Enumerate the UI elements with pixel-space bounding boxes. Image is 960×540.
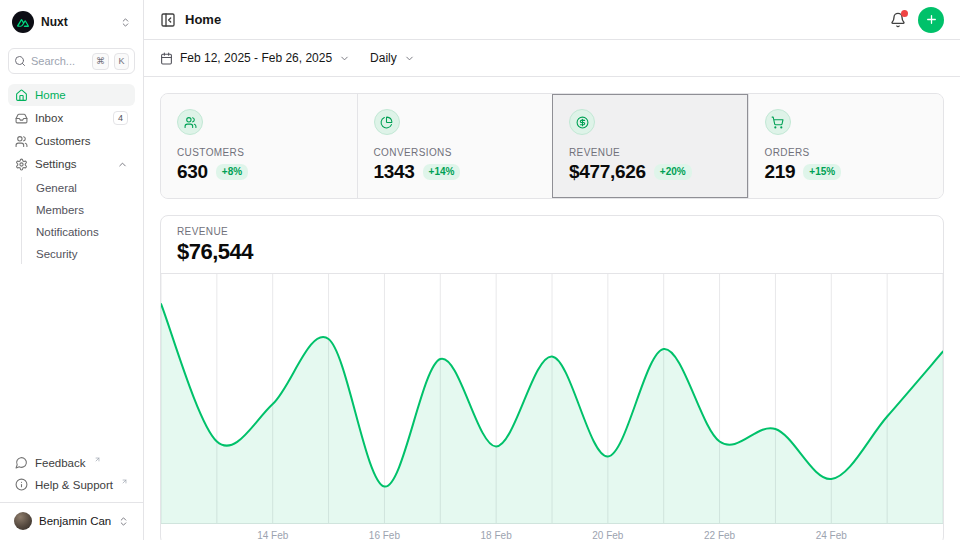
external-link-icon: [94, 456, 101, 463]
search-input-wrap[interactable]: ⌘ K: [8, 48, 135, 74]
period-label: Daily: [370, 51, 397, 65]
kbd-k: K: [114, 53, 129, 70]
sidebar-item-label: Customers: [35, 135, 91, 147]
sidebar-item-general[interactable]: General: [30, 177, 135, 198]
main-area: Home Feb 12, 2025 - Feb 26, 2025 Daily: [144, 0, 960, 540]
inbox-count-badge: 4: [113, 111, 128, 125]
date-range-picker[interactable]: Feb 12, 2025 - Feb 26, 2025: [160, 51, 350, 65]
inbox-icon: [15, 112, 28, 125]
svg-text:18 Feb: 18 Feb: [481, 530, 513, 540]
sidebar: Nuxt ⌘ K Home Inbox 4: [0, 0, 144, 540]
stat-card-conversions[interactable]: CONVERSIONS 1343 +14%: [357, 94, 553, 198]
chevron-down-icon: [404, 53, 415, 64]
search-input[interactable]: [31, 55, 87, 67]
settings-sub-list: General Members Notifications Security: [21, 177, 135, 264]
sidebar-item-customers[interactable]: Customers: [8, 130, 135, 152]
stat-label: REVENUE: [569, 147, 732, 158]
stat-value: 219: [765, 161, 796, 183]
chart-total-value: $76,544: [177, 239, 927, 265]
stat-value: 630: [177, 161, 208, 183]
sidebar-nav: Home Inbox 4 Customers Settings Genera: [8, 84, 135, 264]
stat-delta-badge: +8%: [216, 164, 248, 180]
period-select[interactable]: Daily: [370, 51, 415, 65]
date-range-label: Feb 12, 2025 - Feb 26, 2025: [180, 51, 332, 65]
pie-chart-icon: [374, 109, 400, 135]
info-circle-icon: [15, 478, 28, 491]
svg-text:22 Feb: 22 Feb: [704, 530, 736, 540]
chart-title: REVENUE: [177, 226, 927, 237]
revenue-chart-card: REVENUE $76,544 14 Feb16 Feb18 Feb20 Feb…: [160, 215, 944, 540]
stat-delta-badge: +15%: [803, 164, 841, 180]
svg-text:24 Feb: 24 Feb: [816, 530, 848, 540]
workspace-switcher[interactable]: Nuxt: [8, 8, 135, 36]
sidebar-item-label: Settings: [35, 158, 77, 170]
page-title: Home: [185, 12, 221, 27]
svg-text:14 Feb: 14 Feb: [257, 530, 289, 540]
user-avatar: [14, 512, 32, 530]
stats-row: CUSTOMERS 630 +8% CONVERSIONS 1343 +14%: [160, 93, 944, 199]
chevron-down-icon: [339, 53, 350, 64]
svg-text:16 Feb: 16 Feb: [369, 530, 401, 540]
sidebar-item-security[interactable]: Security: [30, 243, 135, 264]
notifications-button[interactable]: [890, 12, 906, 28]
sidebar-item-notifications[interactable]: Notifications: [30, 221, 135, 242]
sidebar-divider: [0, 502, 143, 503]
gear-icon: [15, 158, 28, 171]
stat-card-orders[interactable]: ORDERS 219 +15%: [748, 94, 944, 198]
chevron-up-icon: [117, 159, 128, 170]
svg-text:20 Feb: 20 Feb: [592, 530, 624, 540]
stat-value: 1343: [374, 161, 415, 183]
stat-label: ORDERS: [765, 147, 928, 158]
shopping-cart-icon: [765, 109, 791, 135]
sidebar-item-label: Inbox: [35, 112, 63, 124]
unfold-icon: [120, 17, 131, 28]
sidebar-item-settings[interactable]: Settings: [8, 153, 135, 175]
dashboard-content: CUSTOMERS 630 +8% CONVERSIONS 1343 +14%: [144, 77, 960, 540]
message-bubble-icon: [15, 456, 28, 469]
sidebar-item-inbox[interactable]: Inbox 4: [8, 107, 135, 129]
user-menu[interactable]: Benjamin Canac: [8, 504, 135, 532]
stat-label: CONVERSIONS: [374, 147, 537, 158]
add-button[interactable]: [918, 7, 944, 33]
dollar-circle-icon: [569, 109, 595, 135]
revenue-chart[interactable]: 14 Feb16 Feb18 Feb20 Feb22 Feb24 Feb: [161, 274, 943, 540]
topbar-actions: [890, 7, 944, 33]
sidebar-item-label: Home: [35, 89, 66, 101]
user-name: Benjamin Canac: [39, 515, 111, 527]
kbd-cmd: ⌘: [92, 53, 109, 70]
feedback-label: Feedback: [35, 457, 86, 469]
external-link-icon: [121, 478, 128, 485]
plus-icon: [925, 13, 938, 26]
help-support-label: Help & Support: [35, 479, 113, 491]
search-icon: [14, 55, 26, 67]
sidebar-footer: Feedback Help & Support Benjamin Canac: [8, 452, 135, 532]
stat-card-revenue[interactable]: REVENUE $477,626 +20%: [552, 94, 748, 198]
panel-left-close-icon: [160, 12, 176, 28]
users-icon: [15, 135, 28, 148]
chart-header: REVENUE $76,544: [161, 216, 943, 274]
filters-toolbar: Feb 12, 2025 - Feb 26, 2025 Daily: [144, 40, 960, 77]
feedback-link[interactable]: Feedback: [8, 452, 135, 473]
stat-delta-badge: +20%: [654, 164, 692, 180]
nuxt-logo-icon: [12, 11, 34, 33]
unfold-icon: [118, 516, 129, 527]
sidebar-item-members[interactable]: Members: [30, 199, 135, 220]
notification-dot: [901, 10, 908, 17]
calendar-icon: [160, 52, 173, 65]
stat-card-customers[interactable]: CUSTOMERS 630 +8%: [161, 94, 357, 198]
stat-value: $477,626: [569, 161, 646, 183]
users-icon: [177, 109, 203, 135]
sidebar-item-home[interactable]: Home: [8, 84, 135, 106]
collapse-sidebar-button[interactable]: [160, 12, 176, 28]
help-support-link[interactable]: Help & Support: [8, 474, 135, 495]
home-icon: [15, 89, 28, 102]
topbar: Home: [144, 0, 960, 40]
stat-delta-badge: +14%: [423, 164, 461, 180]
stat-label: CUSTOMERS: [177, 147, 341, 158]
workspace-name: Nuxt: [41, 15, 113, 29]
